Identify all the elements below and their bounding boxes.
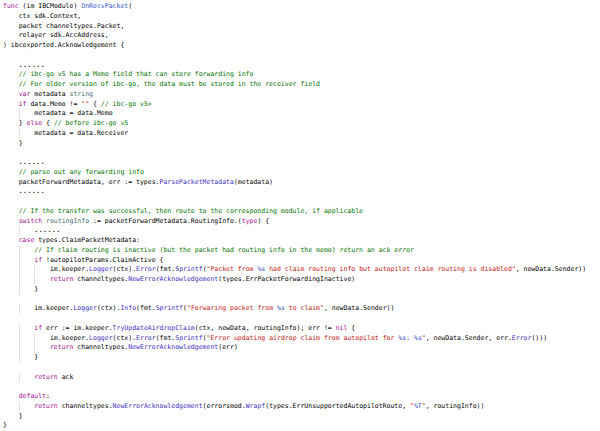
code-token-fs: %T [414, 402, 422, 410]
code-token-k: if [34, 324, 42, 332]
code-line: // If claim routing is inactive (but the… [0, 246, 600, 256]
code-token-k: return [50, 275, 73, 283]
code-token-p: im.keeper. [50, 265, 89, 273]
code-token-p: metadata [30, 90, 69, 98]
code-token-p: (fmt. [156, 334, 176, 342]
code-token-p: (err) [218, 343, 238, 351]
code-token-p: types.ClaimPacketMetadata: [34, 236, 140, 244]
indent-guide [19, 246, 20, 256]
code-line: if !autopilotParams.ClaimActive { [0, 256, 600, 266]
code-line: ...... [0, 158, 600, 168]
code-line: } [0, 285, 600, 295]
code-token-d: ...... [19, 158, 45, 166]
code-line: metadata = data.Memo [0, 109, 600, 119]
code-line [0, 314, 600, 324]
code-token-fs: %s [277, 304, 285, 312]
code-token-s: to claim" [285, 304, 324, 312]
indent-guide [19, 265, 20, 275]
code-token-f: NewErrorAcknowledgement [128, 275, 218, 283]
code-line: switch routingInfo := packetForwardMetad… [0, 217, 600, 227]
code-line: if data.Memo != "" { // ibc-go v5+ [0, 100, 600, 110]
code-token-p: } [34, 353, 38, 361]
code-token-p: { [42, 119, 54, 127]
code-token-p: : [46, 392, 50, 400]
indent-guide [19, 129, 20, 139]
code-token-f: Info [120, 304, 136, 312]
code-token-p: metadata = data.Receiver [34, 129, 128, 137]
code-token-c: // ibc-go v5 has a Memo field that can s… [19, 70, 254, 78]
code-line [0, 148, 600, 158]
indent-guide [19, 285, 20, 295]
code-token-p: (types.ErrUnsupportedAutopilotRoute, [265, 402, 410, 410]
code-token-p: } [19, 139, 23, 147]
code-line: return channeltypes.NewErrorAcknowledgem… [0, 343, 600, 353]
code-token-f: Sprintf [175, 334, 202, 342]
indent-guide [34, 334, 35, 344]
code-token-c: // If claim routing is inactive (but the… [34, 246, 414, 254]
code-token-p: channeltypes. [73, 343, 128, 351]
code-line: // If the transfer was successful, then … [0, 207, 600, 217]
code-line: default: [0, 392, 600, 402]
code-token-k: case [19, 236, 35, 244]
code-token-p: } [3, 421, 7, 429]
code-line: return channeltypes.NewErrorAcknowledgem… [0, 402, 600, 412]
code-token-f: Sprintf [175, 265, 202, 273]
code-token-p: err := im.keeper. [42, 324, 112, 332]
code-token-p: (ctx, newData, routingInfo); err != [195, 324, 336, 332]
code-token-p: ) { [257, 217, 269, 225]
indent-guide [19, 324, 20, 334]
code-token-c: // If the transfer was successful, then … [19, 207, 363, 215]
code-editor[interactable]: func (im IBCModule) OnRecvPacket(ctx sdk… [0, 0, 600, 431]
code-token-fd: OnRecvPacket [81, 2, 128, 10]
indent-guide [19, 402, 20, 412]
code-line: im.keeper.Logger(ctx).Error(fmt.Sprintf(… [0, 334, 600, 344]
code-token-p: packet channeltypes.Packet, [19, 22, 125, 30]
code-token-p: channeltypes. [73, 275, 128, 283]
code-token-k: return [50, 343, 73, 351]
code-token-p: } [19, 412, 23, 420]
code-token-f: Wrapf [246, 402, 266, 410]
code-token-p: ())) [531, 334, 547, 342]
code-token-k: switch [19, 217, 42, 225]
code-line: } [0, 139, 600, 149]
code-line: } [0, 412, 600, 422]
code-token-ty: string [70, 90, 93, 98]
code-token-p: , newData.Sender, err. [426, 334, 512, 342]
code-line: // parse out any forwarding info [0, 168, 600, 178]
code-token-d: ...... [34, 226, 60, 234]
code-token-f: Logger [89, 334, 112, 342]
indent-guide [19, 304, 20, 314]
code-token-d: ...... [19, 187, 45, 195]
code-token-c: // parse out any forwarding info [19, 168, 144, 176]
code-line: ...... [0, 226, 600, 236]
code-token-f: ParsePacketMetadata [160, 178, 234, 186]
code-line: ...... [0, 187, 600, 197]
code-token-fs: %s [414, 334, 422, 342]
code-line [0, 295, 600, 305]
code-line: im.keeper.Logger(ctx).Error(fmt.Sprintf(… [0, 265, 600, 275]
code-token-f: Logger [89, 265, 112, 273]
code-line: metadata = data.Receiver [0, 129, 600, 139]
code-token-p: ctx sdk.Context, [19, 12, 82, 20]
indent-guide [19, 373, 20, 383]
code-token-fs: %s [398, 334, 406, 342]
code-token-p: channeltypes. [58, 402, 113, 410]
code-token-f: Error [512, 334, 532, 342]
code-token-f: Logger [73, 304, 96, 312]
code-token-s: "Packet from [207, 265, 258, 273]
code-line: ...... [0, 61, 600, 71]
code-token-c: // For older version of ibc-go, the data… [19, 80, 320, 88]
code-line: ctx sdk.Context, [0, 12, 600, 22]
code-token-p: := packetForwardMetadata.RoutingInfo.( [89, 217, 242, 225]
code-token-p: , newData.Sender)) [324, 304, 394, 312]
code-token-s: "" [81, 100, 89, 108]
code-line: // ibc-go v5 has a Memo field that can s… [0, 70, 600, 80]
indent-guide [19, 275, 20, 285]
code-line: packet channeltypes.Packet, [0, 22, 600, 32]
code-line [0, 382, 600, 392]
code-line: return channeltypes.NewErrorAcknowledgem… [0, 275, 600, 285]
code-token-f: Sprintf [156, 304, 183, 312]
code-token-p: metadata = data.Memo [34, 109, 112, 117]
code-line: return ack [0, 373, 600, 383]
code-token-c: // before ibc-go v5 [54, 119, 128, 127]
